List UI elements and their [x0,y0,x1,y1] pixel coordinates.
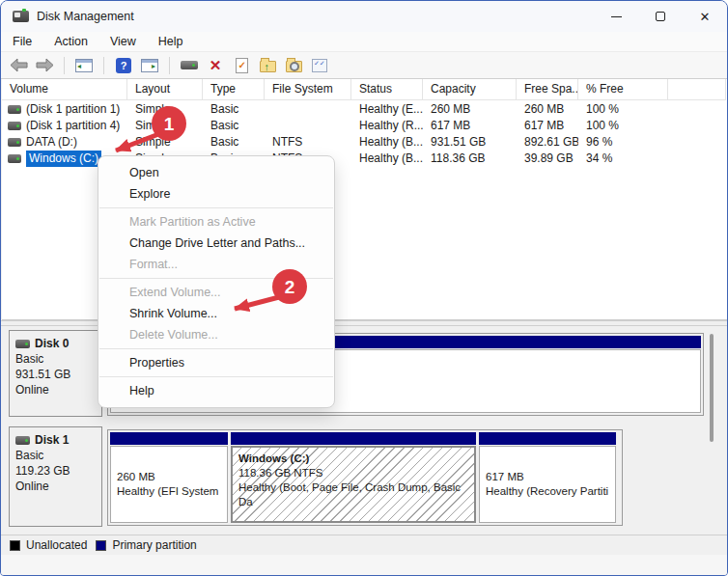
unallocated-swatch [10,540,20,551]
title-bar: Disk Management ✕ [1,1,727,32]
delete-volume-icon[interactable]: ✕ [206,57,225,74]
volume-icon [8,138,21,147]
menu-separator [99,278,333,279]
cell-percent-free: 34 % [578,151,668,167]
column-header-percent-free[interactable]: % Free [578,79,668,100]
tasks-icon[interactable] [310,57,329,74]
disk1-label-box[interactable]: Disk 1 Basic 119.23 GB Online [9,426,102,527]
legend-primary-label: Primary partition [112,538,196,552]
console-tree-icon[interactable] [74,57,94,74]
volume-name: (Disk 1 partition 1) [26,101,120,118]
disk0-size: 931.51 GB [15,367,96,382]
menu-item-explore[interactable]: Explore [98,183,334,205]
maximize-button[interactable] [638,1,683,32]
partition-recovery[interactable]: 617 MB Healthy (Recovery Partiti [479,432,616,523]
cell-layout: Simple [127,101,203,118]
partition-status: Healthy (Recovery Partiti [486,484,609,499]
column-header-volume[interactable]: Volume [2,79,127,100]
partition-status: Healthy (EFI System [117,484,221,499]
cell-layout: Simple [127,118,203,134]
menu-item-help[interactable]: Help [98,380,334,401]
disk0-name: Disk 0 [35,336,69,351]
cell-layout: Simple [127,134,203,151]
find-folder-icon[interactable] [284,57,303,74]
disk-icon [15,436,30,445]
volume-table-header: Volume Layout Type File System Status Ca… [2,79,727,100]
cell-capacity: 118.36 GB [423,151,517,167]
maximize-icon [656,12,665,21]
volume-name: DATA (D:) [26,134,77,151]
disk0-label-box[interactable]: Disk 0 Basic 931.51 GB Online [9,330,102,417]
forward-icon[interactable] [35,57,54,74]
menu-separator [99,348,333,349]
disk-management-app-icon [13,11,29,22]
cell-capacity: 617 MB [423,118,517,134]
vertical-scrollbar-thumb[interactable] [710,334,714,442]
cell-status: Healthy (B... [351,151,423,167]
column-header-status[interactable]: Status [351,79,423,100]
cell-capacity: 260 MB [423,101,517,118]
menu-bar: File Action View Help [1,32,727,52]
disk0-status: Online [15,382,96,398]
table-row[interactable]: (Disk 1 partition 4) Simple Basic Health… [2,118,727,134]
toolbar: ? ✕ [1,52,727,79]
status-bar [1,555,727,575]
partition-size: 118.36 GB NTFS [238,466,468,480]
help-icon[interactable]: ? [114,57,133,74]
open-folder-icon[interactable] [258,57,277,74]
cell-free-space: 260 MB [517,101,578,118]
disk1-name: Disk 1 [35,432,69,448]
menu-file[interactable]: File [13,35,32,48]
cell-percent-free: 100 % [578,101,668,118]
menu-item-shrink-volume[interactable]: Shrink Volume... [98,303,334,324]
table-row[interactable]: (Disk 1 partition 1) Simple Basic Health… [2,101,727,118]
cell-type: Basic [203,101,265,118]
cell-capacity: 931.51 GB [423,134,517,151]
drive-icon[interactable] [180,57,199,74]
menu-item-properties[interactable]: Properties [98,352,334,373]
column-header-layout[interactable]: Layout [127,79,203,100]
disk-icon [15,340,30,348]
window-controls: ✕ [594,1,727,32]
column-header-type[interactable]: Type [203,79,265,100]
menu-item-open[interactable]: Open [98,162,334,183]
partition-efi[interactable]: 260 MB Healthy (EFI System [110,432,228,523]
menu-help[interactable]: Help [158,35,183,48]
cell-status: Healthy (B... [351,134,423,151]
menu-item-change-drive-letter[interactable]: Change Drive Letter and Paths... [98,233,334,254]
volume-name-selected: Windows (C:) [26,151,101,167]
properties-icon[interactable] [232,57,251,74]
legend-bar: Unallocated Primary partition [1,535,727,555]
cell-type: Basic [203,118,265,134]
column-header-file-system[interactable]: File System [265,79,351,100]
close-icon: ✕ [700,11,711,23]
menu-separator [99,376,333,377]
table-row[interactable]: DATA (D:) Simple Basic NTFS Healthy (B..… [2,134,727,151]
partition-windows-c[interactable]: Windows (C:) 118.36 GB NTFS Healthy (Boo… [231,432,476,523]
close-button[interactable]: ✕ [683,1,727,32]
column-header-free-space[interactable]: Free Spa... [517,79,578,100]
menu-item-delete-volume: Delete Volume... [98,324,334,345]
cell-free-space: 617 MB [517,118,578,134]
minimize-button[interactable] [594,1,638,32]
cell-file-system: NTFS [265,134,351,151]
disk1-status: Online [15,479,96,494]
legend-unallocated-label: Unallocated [26,538,87,552]
volume-name: (Disk 1 partition 4) [26,118,120,134]
volume-icon [8,154,21,163]
partition-size: 617 MB [486,470,609,484]
menu-view[interactable]: View [110,35,136,48]
partition-bar [110,432,228,445]
disk1-size: 119.23 GB [15,463,96,479]
cell-percent-free: 96 % [578,134,668,151]
partition-title: Windows (C:) [238,452,468,466]
volume-icon [8,105,21,114]
menu-separator [99,207,333,208]
disk-management-window: Disk Management ✕ File Action View Help … [0,0,728,576]
back-icon[interactable] [9,57,28,74]
column-header-capacity[interactable]: Capacity [423,79,517,100]
action-pane-icon[interactable] [140,57,159,74]
menu-action[interactable]: Action [54,35,88,48]
context-menu: Open Explore Mark Partition as Active Ch… [98,155,335,408]
cell-percent-free: 100 % [578,118,668,134]
